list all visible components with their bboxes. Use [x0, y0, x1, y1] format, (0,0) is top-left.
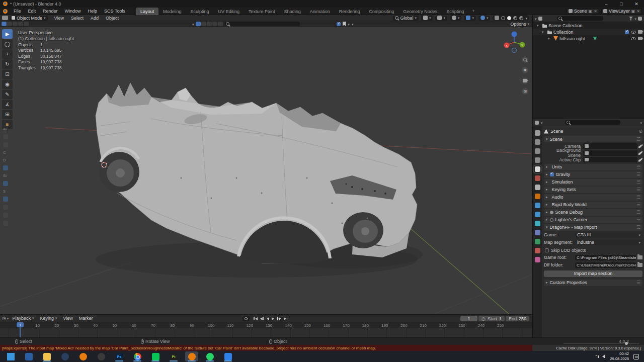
scene-selector[interactable]: Scene ▣ ✕	[567, 8, 599, 14]
workspace-tab[interactable]: Rendering	[335, 8, 365, 15]
properties-tab[interactable]	[535, 203, 540, 208]
blender-menu-icon[interactable]	[3, 9, 8, 14]
editor-type-icon[interactable]	[2, 16, 8, 20]
select-mode-intersect[interactable]	[24, 22, 29, 26]
play-reverse-button[interactable]	[267, 317, 269, 320]
tool-button[interactable]: ⊞	[2, 110, 13, 119]
taskbar-app-icon[interactable]	[185, 351, 198, 361]
panel-header[interactable]: ▸ Simulation ☰	[544, 179, 642, 186]
tool-extra-dropdown-1[interactable]	[348, 22, 350, 27]
browse-folder-icon[interactable]	[637, 255, 642, 259]
tool-button[interactable]: ▶	[2, 29, 13, 39]
menu-item[interactable]: SCS Tools	[101, 9, 129, 14]
properties-search-input[interactable]	[570, 120, 619, 125]
viewport-menu-item[interactable]: Object	[102, 16, 122, 21]
properties-tab[interactable]	[535, 175, 540, 181]
toolbar-extra-icon[interactable]	[3, 142, 8, 147]
toolbar-extra-icon[interactable]	[3, 165, 8, 170]
field-input[interactable]	[583, 150, 637, 156]
tool-button[interactable]: ✎	[2, 89, 13, 99]
keying-menu[interactable]: Keying	[37, 316, 59, 321]
proportional-edit-dropdown[interactable]	[450, 16, 462, 21]
playback-menu[interactable]: Playback	[10, 316, 36, 321]
close-button[interactable]: ✕	[629, 0, 644, 8]
shading-dropdown-icon[interactable]	[525, 16, 527, 21]
panel-header[interactable]: ▸ Rigid Body World ☰	[544, 202, 642, 208]
workspace-tab[interactable]: Shading	[280, 8, 305, 15]
add-workspace-button[interactable]: +	[468, 9, 478, 14]
properties-tab[interactable]	[535, 257, 540, 262]
visibility-icon[interactable]	[638, 37, 642, 40]
taskbar-app-icon[interactable]	[58, 351, 71, 361]
workspace-tab[interactable]: UV Editing	[214, 8, 245, 15]
panel-header[interactable]: ▸ Units ☰	[544, 164, 642, 170]
new-scene-icon[interactable]: ▣	[589, 9, 593, 14]
tool-extra-dropdown-2[interactable]	[352, 22, 354, 27]
map-segment-dropdown[interactable]: industne	[575, 240, 642, 245]
taskbar-app-icon[interactable]: Ps	[113, 351, 126, 361]
visibility-icon[interactable]	[631, 31, 636, 34]
taskbar-app-icon[interactable]	[131, 351, 144, 361]
perspective-toggle-icon[interactable]: ⊞	[522, 88, 528, 95]
expand-icon[interactable]: ▾	[537, 24, 541, 28]
filter-hide-icon[interactable]	[201, 22, 206, 26]
tool-button[interactable]: ◯	[2, 39, 13, 49]
current-frame-field[interactable]: 1	[460, 316, 477, 321]
wireframe-shading-button[interactable]	[501, 16, 505, 20]
properties-editor-dropdown[interactable]	[541, 120, 543, 125]
marker-menu[interactable]: Marker	[76, 316, 96, 321]
outliner-filter-dropdown[interactable]	[634, 16, 636, 21]
view-layer-selector[interactable]: ViewLayer ▣ ✕	[601, 8, 642, 14]
workspace-tab[interactable]: Animation	[305, 8, 335, 15]
toolbar-extra-label[interactable]: St	[3, 173, 8, 178]
auto-keyframe-button[interactable]	[243, 316, 250, 321]
taskbar-app-icon[interactable]	[203, 351, 216, 361]
background-slider[interactable]	[564, 343, 639, 343]
tool-checkbox[interactable]	[337, 22, 341, 26]
xray-toggle-icon[interactable]	[495, 16, 499, 20]
toolbar-extra-icon[interactable]	[3, 134, 8, 139]
viewport-menu-item[interactable]: Add	[87, 16, 102, 21]
filter-indirect-icon[interactable]	[218, 22, 223, 26]
browse-folder-icon[interactable]	[637, 263, 642, 267]
outliner-search-input[interactable]	[562, 16, 602, 21]
toolbar-extra-icon[interactable]	[3, 197, 8, 202]
dragonff-panel-header[interactable]: ▾ DragonFF - Map Import ☰	[544, 224, 642, 231]
properties-tab[interactable]	[535, 166, 540, 172]
outliner-row[interactable]: ▾ Scene Collection	[533, 22, 644, 29]
panel-header[interactable]: ▸ Keying Sets ☰	[544, 187, 642, 193]
tray-expand-icon[interactable]: ⌃	[595, 354, 598, 359]
select-mode-new[interactable]	[2, 22, 7, 26]
taskbar-app-icon[interactable]	[95, 351, 108, 361]
select-mode-subtract[interactable]	[13, 22, 18, 26]
viewport-menu-item[interactable]: Select	[67, 16, 87, 21]
game-root-input[interactable]: C:\Program Files (x86)\Steam\steamapps\c…	[575, 255, 636, 260]
panel-header[interactable]: ▸ Gravity ☰	[544, 171, 642, 178]
workspace-tab[interactable]: Texture Paint	[244, 8, 280, 15]
previous-keyframe-button[interactable]	[260, 317, 265, 320]
outliner-editor-icon[interactable]	[535, 16, 537, 21]
material-shading-button[interactable]	[513, 16, 517, 20]
panel-header[interactable]: ▸ Lighter's Corner ☰	[544, 217, 642, 223]
navigation-gizmo[interactable]: X Y	[503, 31, 525, 54]
custom-properties-panel-header[interactable]: ▸ Custom Properties ☰	[544, 280, 642, 286]
outliner-filter-icon[interactable]	[628, 17, 633, 21]
menu-item[interactable]: Edit	[25, 9, 40, 14]
start-frame-field[interactable]: ◷ Start 1	[478, 316, 505, 321]
menu-item[interactable]: Render	[39, 9, 61, 14]
playhead[interactable]: 1	[17, 322, 24, 327]
outliner-row[interactable]: ▾ Collection	[533, 29, 644, 35]
maximize-button[interactable]: □	[614, 0, 629, 8]
outliner-display-mode-icon[interactable]	[538, 17, 542, 21]
menu-item[interactable]: Help	[85, 9, 101, 14]
outliner-row[interactable]: ▾ fullscan right	[533, 35, 644, 42]
jump-to-end-button[interactable]	[284, 317, 288, 320]
toolbar-extra-label[interactable]: D	[3, 158, 8, 162]
play-button[interactable]	[272, 317, 274, 320]
scene-panel-header[interactable]: ▾ Scene ☰	[544, 136, 642, 142]
bookmark-icon[interactable]	[343, 22, 346, 26]
eyedropper-icon[interactable]	[638, 144, 642, 148]
taskbar-app-icon[interactable]	[76, 351, 90, 361]
remove-view-layer-icon[interactable]: ✕	[636, 9, 640, 14]
outliner-search-field[interactable]	[557, 16, 603, 21]
